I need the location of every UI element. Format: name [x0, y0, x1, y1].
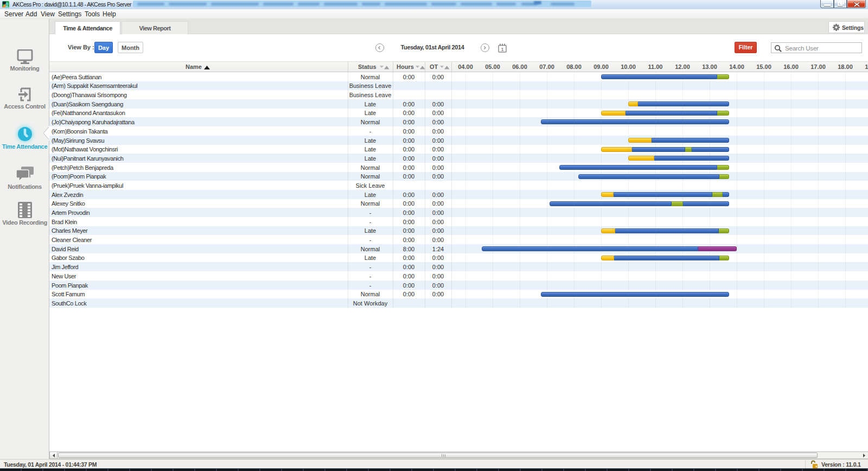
svg-text:1: 1 — [501, 47, 503, 52]
